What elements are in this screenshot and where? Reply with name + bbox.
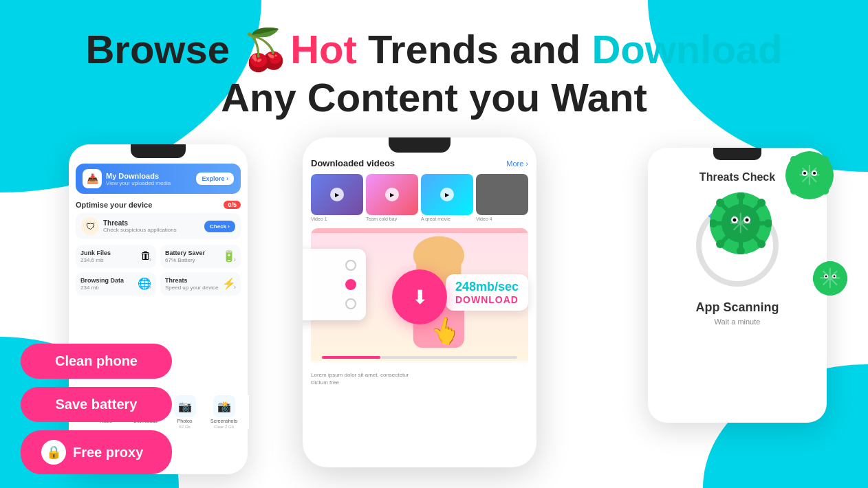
virus-icon-medium <box>710 192 772 254</box>
more-link[interactable]: More › <box>506 159 528 168</box>
svg-point-55 <box>843 276 847 281</box>
svg-point-56 <box>824 274 828 278</box>
svg-line-31 <box>722 205 729 212</box>
explore-button[interactable]: Explore › <box>196 173 234 185</box>
my-downloads-left: 📥 My Downloads View your uploaded media <box>83 169 171 188</box>
video-thumb-2: ▶ <box>366 174 418 215</box>
quality-hd[interactable]: HD <box>303 294 356 313</box>
video-thumb-item: ▶ A great movie <box>421 174 473 221</box>
header-title-line1: Browse 🍒Hot Trends and Download <box>0 27 868 71</box>
radio-hd[interactable] <box>345 298 356 309</box>
svg-line-33 <box>752 205 759 212</box>
video-thumb-3: ▶ <box>421 174 473 215</box>
video-description: Lorem ipsum dolor sit amet, consectetur … <box>311 371 528 386</box>
svg-point-24 <box>803 172 806 175</box>
svg-point-39 <box>716 199 724 207</box>
free-proxy-button[interactable]: 🔒 Free proxy <box>21 430 172 474</box>
svg-point-46 <box>746 219 749 222</box>
screenshots-item: 📸 Screenshots Clear 2 Gb <box>206 395 242 429</box>
svg-point-25 <box>813 172 816 175</box>
svg-point-59 <box>834 276 836 278</box>
download-float-button[interactable]: ⬇ 👆 <box>392 269 447 324</box>
device-grid: Junk Files 234.6 mb 🗑 › Battery Saver 67… <box>76 245 241 296</box>
video-thumb-item: ▶ Team cold bay <box>366 174 418 221</box>
svg-line-13 <box>796 184 801 189</box>
header-title-line2: Any Content you Want <box>0 74 868 120</box>
quality-ultra-hd[interactable]: Ultra HD <box>303 275 356 294</box>
svg-point-38 <box>764 219 772 228</box>
play-btn-1[interactable]: ▶ <box>330 188 344 201</box>
virus-icon-small <box>813 261 847 296</box>
play-btn-2[interactable]: ▶ <box>385 188 399 201</box>
svg-point-22 <box>802 170 807 176</box>
svg-point-54 <box>813 276 817 281</box>
svg-point-40 <box>757 240 766 248</box>
photos-icon: 📷 <box>174 395 196 417</box>
video-thumb-item: Video 4 <box>476 174 528 221</box>
svg-point-57 <box>832 274 836 278</box>
svg-point-35 <box>737 192 745 200</box>
svg-line-10 <box>796 162 801 166</box>
downloaded-videos-title: Downloaded videos <box>311 158 395 168</box>
quality-selector: Full HD Ultra HD HD <box>303 249 366 320</box>
quality-full-hd[interactable]: Full HD <box>303 256 356 275</box>
header-trends: Trends and <box>357 27 592 71</box>
svg-point-20 <box>822 156 829 163</box>
svg-point-14 <box>806 151 813 158</box>
svg-point-19 <box>822 188 829 195</box>
play-btn-3[interactable]: ▶ <box>440 188 454 201</box>
video-thumbnails: ▶ Video 1 ▶ Team cold bay ▶ A great movi… <box>311 174 528 221</box>
video-thumb-1: ▶ <box>311 174 363 215</box>
radio-full-hd[interactable] <box>345 260 356 271</box>
optimise-title: Optimise your device 0/5 <box>76 201 241 209</box>
svg-point-18 <box>790 156 797 163</box>
threats-row: 🛡 Threats Check suspicious applications … <box>76 213 241 239</box>
phone-notch-left <box>131 144 186 158</box>
check-button[interactable]: Check › <box>204 221 235 232</box>
svg-point-42 <box>716 240 724 248</box>
svg-line-11 <box>818 184 823 189</box>
svg-point-53 <box>827 291 833 296</box>
video-progress <box>322 356 517 359</box>
svg-point-36 <box>737 247 745 254</box>
virus-icon-large <box>785 151 834 199</box>
svg-point-23 <box>812 170 817 176</box>
clean-phone-button[interactable]: Clean phone <box>21 344 172 379</box>
svg-point-43 <box>731 217 738 223</box>
downloaded-videos-header: Downloaded videos More › <box>311 158 528 168</box>
svg-point-52 <box>827 261 833 265</box>
threats2-arrow: › <box>234 283 236 291</box>
browsing-arrow: › <box>149 283 151 291</box>
lock-icon: 🔒 <box>41 440 66 465</box>
svg-point-16 <box>785 172 792 179</box>
svg-point-45 <box>733 219 737 222</box>
video-thumb-4 <box>476 174 528 215</box>
threats-icon: 🛡 <box>81 217 99 235</box>
threats-left: 🛡 Threats Check suspicious applications <box>81 217 177 235</box>
optimise-section: Optimise your device 0/5 🛡 Threats Check… <box>76 201 241 239</box>
svg-point-47 <box>819 267 841 289</box>
svg-point-44 <box>744 217 750 223</box>
side-buttons: Clean phone Save battery 🔒 Free proxy <box>21 344 172 474</box>
radio-ultra-hd[interactable] <box>345 279 356 290</box>
junk-files-item: Junk Files 234.6 mb 🗑 › <box>76 245 156 268</box>
header: Browse 🍒Hot Trends and Download Any Cont… <box>0 27 868 120</box>
speed-badge: 248mb/sec DOWNLOAD <box>446 274 528 311</box>
svg-point-5 <box>794 160 825 190</box>
threats2-item: Threats Speed up your device ⚡ › <box>160 272 241 296</box>
phone-screen-center: Downloaded videos More › ▶ Video 1 ▶ Tea… <box>303 153 536 392</box>
threats-text: Threats Check suspicious applications <box>103 219 177 233</box>
phone-mockup-center: Downloaded videos More › ▶ Video 1 ▶ Tea… <box>303 137 536 467</box>
browsing-data-item: Browsing Data 234 mb 🌐 › <box>76 272 156 296</box>
save-battery-button[interactable]: Save battery <box>21 387 172 422</box>
speed-value: 248mb/sec <box>455 280 519 294</box>
phone-screen-left: 📥 My Downloads View your uploaded media … <box>69 164 248 296</box>
virus-icons <box>669 151 847 330</box>
download-label: DOWNLOAD <box>455 294 519 305</box>
junk-arrow: › <box>149 256 151 263</box>
my-downloads-text: My Downloads View your uploaded media <box>106 172 171 186</box>
svg-point-15 <box>806 192 813 199</box>
score-badge: 0/5 <box>224 201 241 209</box>
video-player-area: Full HD Ultra HD HD <box>311 228 528 366</box>
svg-point-17 <box>827 172 834 179</box>
